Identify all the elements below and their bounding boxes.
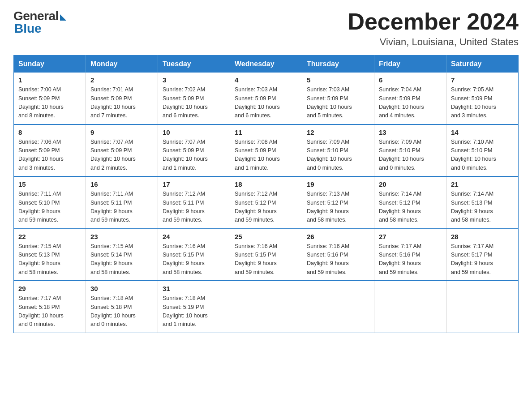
day-number: 21	[451, 180, 514, 188]
calendar-cell: 27Sunrise: 7:17 AM Sunset: 5:16 PM Dayli…	[374, 229, 446, 281]
day-number: 12	[307, 128, 369, 136]
weekday-header-thursday: Thursday	[302, 56, 374, 73]
day-info: Sunrise: 7:06 AM Sunset: 5:09 PM Dayligh…	[18, 138, 81, 173]
day-info: Sunrise: 7:10 AM Sunset: 5:10 PM Dayligh…	[451, 138, 514, 173]
weekday-header-sunday: Sunday	[14, 56, 86, 73]
day-info: Sunrise: 7:09 AM Sunset: 5:10 PM Dayligh…	[307, 138, 369, 173]
calendar-cell	[230, 281, 302, 333]
calendar-cell: 29Sunrise: 7:17 AM Sunset: 5:18 PM Dayli…	[14, 281, 86, 333]
day-number: 26	[307, 233, 369, 240]
calendar-cell: 7Sunrise: 7:05 AM Sunset: 5:09 PM Daylig…	[446, 73, 519, 124]
calendar-cell: 18Sunrise: 7:12 AM Sunset: 5:12 PM Dayli…	[230, 176, 302, 229]
weekday-header-tuesday: Tuesday	[158, 56, 230, 73]
day-number: 8	[18, 128, 81, 136]
day-info: Sunrise: 7:05 AM Sunset: 5:09 PM Dayligh…	[451, 86, 514, 120]
month-title: December 2024	[348, 9, 519, 34]
day-info: Sunrise: 7:15 AM Sunset: 5:14 PM Dayligh…	[90, 242, 153, 277]
day-number: 28	[451, 233, 514, 240]
calendar-cell	[374, 281, 446, 333]
day-number: 16	[90, 180, 153, 188]
title-area: December 2024 Vivian, Louisiana, United …	[348, 9, 519, 48]
day-info: Sunrise: 7:04 AM Sunset: 5:09 PM Dayligh…	[379, 86, 442, 120]
logo: General Blue	[13, 9, 66, 36]
day-info: Sunrise: 7:09 AM Sunset: 5:10 PM Dayligh…	[379, 138, 442, 173]
calendar-cell: 2Sunrise: 7:01 AM Sunset: 5:09 PM Daylig…	[86, 73, 158, 124]
calendar-week-row: 15Sunrise: 7:11 AM Sunset: 5:10 PM Dayli…	[14, 176, 519, 229]
day-number: 14	[451, 128, 514, 136]
day-info: Sunrise: 7:14 AM Sunset: 5:12 PM Dayligh…	[379, 190, 442, 225]
day-number: 23	[90, 233, 153, 240]
calendar-cell: 19Sunrise: 7:13 AM Sunset: 5:12 PM Dayli…	[302, 176, 374, 229]
calendar-cell: 3Sunrise: 7:02 AM Sunset: 5:09 PM Daylig…	[158, 73, 230, 124]
day-number: 18	[235, 180, 297, 188]
day-info: Sunrise: 7:15 AM Sunset: 5:13 PM Dayligh…	[18, 242, 81, 277]
day-info: Sunrise: 7:17 AM Sunset: 5:17 PM Dayligh…	[451, 242, 514, 277]
day-info: Sunrise: 7:02 AM Sunset: 5:09 PM Dayligh…	[163, 86, 225, 120]
day-number: 7	[451, 76, 514, 84]
day-info: Sunrise: 7:11 AM Sunset: 5:10 PM Dayligh…	[18, 190, 81, 225]
calendar-cell: 5Sunrise: 7:03 AM Sunset: 5:09 PM Daylig…	[302, 73, 374, 124]
day-number: 20	[379, 180, 442, 188]
calendar-cell	[446, 281, 519, 333]
day-number: 9	[90, 128, 153, 136]
calendar-cell: 15Sunrise: 7:11 AM Sunset: 5:10 PM Dayli…	[14, 176, 86, 229]
calendar-cell: 12Sunrise: 7:09 AM Sunset: 5:10 PM Dayli…	[302, 124, 374, 177]
day-info: Sunrise: 7:13 AM Sunset: 5:12 PM Dayligh…	[307, 190, 369, 225]
day-number: 11	[235, 128, 297, 136]
day-number: 19	[307, 180, 369, 188]
calendar-cell: 4Sunrise: 7:03 AM Sunset: 5:09 PM Daylig…	[230, 73, 302, 124]
calendar-week-row: 22Sunrise: 7:15 AM Sunset: 5:13 PM Dayli…	[14, 229, 519, 281]
day-info: Sunrise: 7:18 AM Sunset: 5:19 PM Dayligh…	[163, 294, 225, 329]
calendar-cell: 26Sunrise: 7:16 AM Sunset: 5:16 PM Dayli…	[302, 229, 374, 281]
calendar-cell: 11Sunrise: 7:08 AM Sunset: 5:09 PM Dayli…	[230, 124, 302, 177]
calendar-cell: 8Sunrise: 7:06 AM Sunset: 5:09 PM Daylig…	[14, 124, 86, 177]
day-info: Sunrise: 7:03 AM Sunset: 5:09 PM Dayligh…	[235, 86, 297, 120]
day-info: Sunrise: 7:17 AM Sunset: 5:18 PM Dayligh…	[18, 294, 81, 329]
calendar-cell: 14Sunrise: 7:10 AM Sunset: 5:10 PM Dayli…	[446, 124, 519, 177]
day-info: Sunrise: 7:01 AM Sunset: 5:09 PM Dayligh…	[90, 86, 153, 120]
calendar-cell: 1Sunrise: 7:00 AM Sunset: 5:09 PM Daylig…	[14, 73, 86, 124]
calendar-cell	[302, 281, 374, 333]
calendar-table: SundayMondayTuesdayWednesdayThursdayFrid…	[13, 55, 519, 333]
day-number: 6	[379, 76, 442, 84]
day-number: 10	[163, 128, 225, 136]
weekday-header-friday: Friday	[374, 56, 446, 73]
day-info: Sunrise: 7:17 AM Sunset: 5:16 PM Dayligh…	[379, 242, 442, 277]
page-header: General Blue December 2024 Vivian, Louis…	[13, 9, 519, 48]
day-info: Sunrise: 7:12 AM Sunset: 5:12 PM Dayligh…	[235, 190, 297, 225]
logo-blue-text: Blue	[14, 21, 42, 36]
day-number: 29	[18, 285, 81, 292]
weekday-header-wednesday: Wednesday	[230, 56, 302, 73]
day-number: 25	[235, 233, 297, 240]
calendar-cell: 20Sunrise: 7:14 AM Sunset: 5:12 PM Dayli…	[374, 176, 446, 229]
calendar-cell: 22Sunrise: 7:15 AM Sunset: 5:13 PM Dayli…	[14, 229, 86, 281]
weekday-header-row: SundayMondayTuesdayWednesdayThursdayFrid…	[14, 56, 519, 73]
calendar-week-row: 1Sunrise: 7:00 AM Sunset: 5:09 PM Daylig…	[14, 73, 519, 124]
calendar-cell: 9Sunrise: 7:07 AM Sunset: 5:09 PM Daylig…	[86, 124, 158, 177]
calendar-week-row: 29Sunrise: 7:17 AM Sunset: 5:18 PM Dayli…	[14, 281, 519, 333]
calendar-cell: 17Sunrise: 7:12 AM Sunset: 5:11 PM Dayli…	[158, 176, 230, 229]
day-info: Sunrise: 7:03 AM Sunset: 5:09 PM Dayligh…	[307, 86, 369, 120]
day-number: 4	[235, 76, 297, 84]
weekday-header-saturday: Saturday	[446, 56, 519, 73]
day-number: 15	[18, 180, 81, 188]
calendar-body: 1Sunrise: 7:00 AM Sunset: 5:09 PM Daylig…	[14, 73, 519, 333]
calendar-cell: 21Sunrise: 7:14 AM Sunset: 5:13 PM Dayli…	[446, 176, 519, 229]
day-info: Sunrise: 7:14 AM Sunset: 5:13 PM Dayligh…	[451, 190, 514, 225]
calendar-cell: 25Sunrise: 7:16 AM Sunset: 5:15 PM Dayli…	[230, 229, 302, 281]
day-number: 17	[163, 180, 225, 188]
day-info: Sunrise: 7:11 AM Sunset: 5:11 PM Dayligh…	[90, 190, 153, 225]
calendar-cell: 24Sunrise: 7:16 AM Sunset: 5:15 PM Dayli…	[158, 229, 230, 281]
day-info: Sunrise: 7:16 AM Sunset: 5:15 PM Dayligh…	[235, 242, 297, 277]
day-info: Sunrise: 7:07 AM Sunset: 5:09 PM Dayligh…	[90, 138, 153, 173]
calendar-cell: 23Sunrise: 7:15 AM Sunset: 5:14 PM Dayli…	[86, 229, 158, 281]
day-number: 30	[90, 285, 153, 292]
logo-triangle-icon	[60, 14, 66, 21]
day-number: 22	[18, 233, 81, 240]
calendar-cell: 30Sunrise: 7:18 AM Sunset: 5:18 PM Dayli…	[86, 281, 158, 333]
calendar-cell: 10Sunrise: 7:07 AM Sunset: 5:09 PM Dayli…	[158, 124, 230, 177]
day-number: 5	[307, 76, 369, 84]
day-number: 2	[90, 76, 153, 84]
calendar-cell: 16Sunrise: 7:11 AM Sunset: 5:11 PM Dayli…	[86, 176, 158, 229]
day-number: 13	[379, 128, 442, 136]
